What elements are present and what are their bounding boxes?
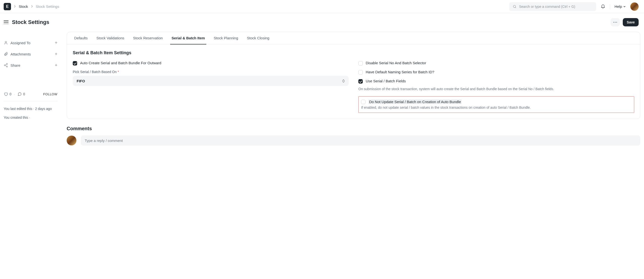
label-disable-selector: Disable Serial No And Batch Selector (366, 61, 426, 65)
label-do-not-update: Do Not Update Serial / Batch on Creation… (368, 99, 462, 104)
checkbox-use-serial-batch-fields[interactable] (358, 79, 363, 84)
global-search[interactable] (509, 2, 596, 11)
heart-icon (4, 92, 8, 96)
help-use-serial-batch-fields: On submission of the stock transaction, … (358, 87, 634, 92)
tab-defaults[interactable]: Defaults (73, 32, 89, 45)
tab-serial-batch-item[interactable]: Serial & Batch Item (170, 32, 206, 45)
comment-avatar (67, 136, 76, 145)
help-label: Help (614, 5, 622, 9)
like-count: 0 (10, 92, 12, 96)
svg-point-6 (4, 65, 5, 66)
app-logo[interactable]: E (4, 3, 11, 10)
comment-icon (17, 92, 22, 96)
tab-stock-planning[interactable]: Stock Planning (212, 32, 240, 45)
sidebar-share-label: Share (10, 63, 20, 67)
navbar: E Stock Stock Settings Help (0, 0, 644, 13)
more-actions-button[interactable] (610, 18, 620, 26)
user-avatar[interactable] (630, 3, 639, 11)
svg-point-0 (514, 5, 516, 7)
comments-section: Comments (67, 126, 640, 146)
comment-counter[interactable]: 0 (17, 92, 25, 96)
form-card: Defaults Stock Validations Stock Reserva… (67, 32, 640, 119)
label-pick-serial-batch: Pick Serial / Batch Based On* (73, 70, 348, 74)
like-counter[interactable]: 0 (4, 92, 12, 96)
plus-icon[interactable]: + (55, 52, 57, 57)
page-title: Stock Settings (12, 19, 49, 26)
sidebar-assigned-to[interactable]: Assigned To + (4, 38, 57, 47)
sidebar-attachments[interactable]: Attachments + (4, 49, 57, 59)
label-use-serial-batch-fields: Use Serial / Batch Fields (366, 79, 406, 83)
checkbox-disable-selector[interactable] (358, 61, 363, 66)
save-button[interactable]: Save (623, 18, 639, 26)
comment-input[interactable] (85, 139, 636, 143)
search-input[interactable] (519, 5, 593, 9)
created-meta: You created this · (4, 115, 57, 120)
select-pick-serial-batch[interactable]: FIFO (73, 76, 348, 86)
tab-stock-reservation[interactable]: Stock Reservation (132, 32, 164, 45)
breadcrumb-current: Stock Settings (36, 5, 59, 9)
svg-point-3 (616, 22, 617, 23)
comment-count: 0 (23, 92, 25, 96)
sidebar-share[interactable]: Share + (4, 61, 57, 70)
tab-stock-validations[interactable]: Stock Validations (95, 32, 126, 45)
chevron-down-icon (623, 5, 626, 8)
svg-point-2 (615, 22, 616, 23)
comments-title: Comments (67, 126, 640, 131)
svg-point-1 (614, 22, 614, 23)
svg-point-5 (6, 64, 8, 65)
sidebar-assigned-to-label: Assigned To (10, 41, 30, 45)
follow-button[interactable]: FOLLOW (43, 92, 57, 96)
divider (610, 4, 610, 9)
label-default-naming: Have Default Naming Series for Batch ID? (366, 70, 434, 74)
menu-toggle-icon[interactable] (4, 21, 8, 24)
ellipsis-icon (613, 22, 617, 23)
notifications-icon[interactable] (600, 4, 606, 9)
main-content: Defaults Stock Validations Stock Reserva… (57, 30, 640, 146)
paperclip-icon (4, 52, 8, 56)
section-title: Serial & Batch Item Settings (73, 50, 634, 56)
tabs: Defaults Stock Validations Stock Reserva… (67, 32, 640, 45)
checkbox-do-not-update[interactable] (361, 100, 366, 104)
checkbox-auto-create-bundle[interactable] (73, 61, 77, 66)
breadcrumbs: Stock Stock Settings (14, 5, 59, 9)
comment-input-wrapper[interactable] (81, 135, 640, 146)
divider (4, 101, 57, 101)
user-icon (4, 41, 8, 45)
sidebar-attachments-label: Attachments (10, 52, 31, 56)
checkbox-default-naming[interactable] (358, 70, 363, 75)
help-dropdown[interactable]: Help (614, 5, 626, 9)
share-icon (4, 63, 8, 67)
page-header: Stock Settings Save (0, 13, 644, 30)
plus-icon[interactable]: + (55, 40, 57, 46)
label-auto-create-bundle: Auto Create Serial and Batch Bundle For … (80, 61, 161, 65)
chevron-right-icon (14, 5, 16, 9)
highlighted-setting: Do Not Update Serial / Batch on Creation… (358, 96, 634, 113)
last-edited-meta: You last edited this · 2 days ago (4, 106, 57, 112)
form-sidebar: Assigned To + Attachments + Share + 0 · (4, 30, 57, 146)
select-arrows-icon (342, 79, 345, 83)
search-icon (513, 5, 516, 9)
svg-point-7 (6, 66, 8, 67)
tab-stock-closing[interactable]: Stock Closing (246, 32, 271, 45)
breadcrumb-stock[interactable]: Stock (19, 5, 28, 9)
chevron-right-icon (31, 5, 33, 9)
help-do-not-update: If enabled, do not update serial / batch… (361, 105, 632, 110)
select-value: FIFO (77, 79, 85, 83)
plus-icon[interactable]: + (55, 63, 57, 68)
svg-point-4 (5, 41, 6, 43)
